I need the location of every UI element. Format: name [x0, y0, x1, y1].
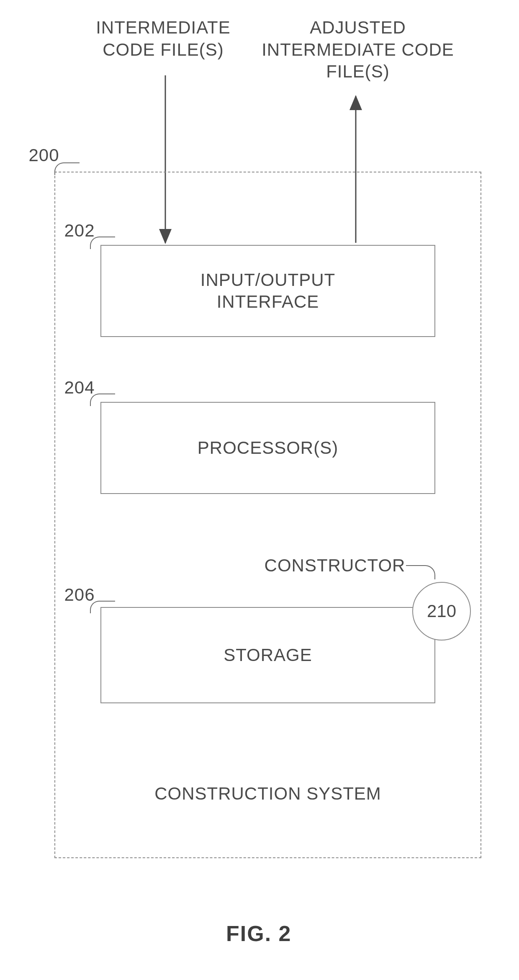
processor-box: PROCESSOR(S) [100, 402, 435, 494]
ref-204-leader [90, 394, 115, 406]
constructor-leader [406, 565, 435, 579]
figure-caption: FIG. 2 [226, 921, 291, 946]
ref-200-leader [54, 162, 80, 175]
storage-box: STORAGE [100, 607, 435, 703]
label-construction-system: CONSTRUCTION SYSTEM [130, 783, 406, 805]
constructor-circle: 210 [412, 582, 471, 640]
ref-202-leader [90, 237, 115, 249]
ref-210: 210 [427, 601, 456, 621]
ref-206-leader [90, 601, 115, 613]
io-interface-box: INPUT/OUTPUT INTERFACE [100, 245, 435, 337]
diagram-stage: INTERMEDIATE CODE FILE(S) ADJUSTED INTER… [0, 0, 519, 980]
ref-200: 200 [25, 144, 63, 167]
label-constructor: CONSTRUCTOR [260, 555, 410, 577]
